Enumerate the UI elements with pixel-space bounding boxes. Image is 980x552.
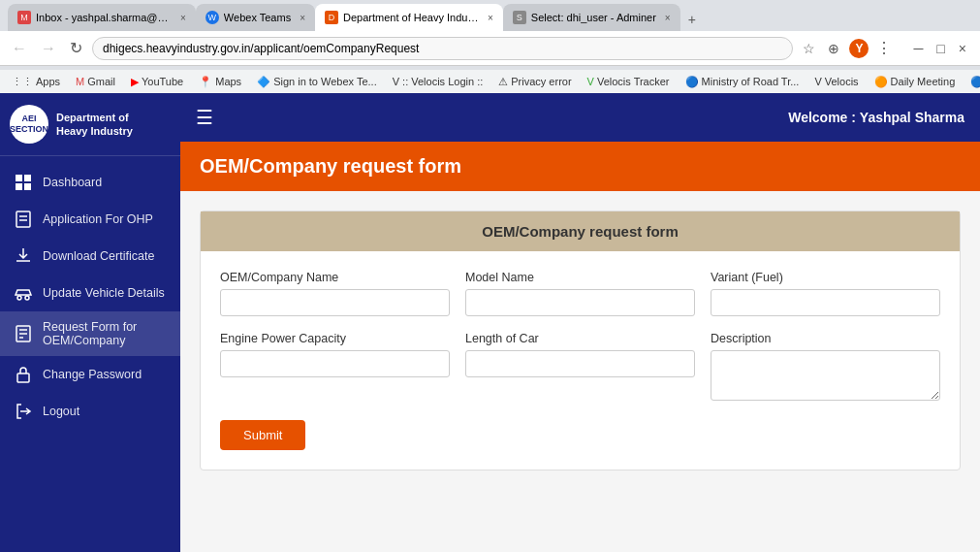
oem-company-input[interactable] bbox=[220, 289, 450, 316]
tab-4-label: Select: dhi_user - Adminer bbox=[531, 12, 656, 23]
model-name-input[interactable] bbox=[465, 289, 695, 316]
sidebar-org-name: Department of Heavy Industry bbox=[56, 111, 133, 139]
engine-input[interactable] bbox=[220, 350, 450, 377]
form-container: OEM/Company request form OEM/Company Nam… bbox=[200, 211, 961, 471]
sidebar-header: AEI SECTION Department of Heavy Industry bbox=[0, 93, 180, 156]
form-group-oem: OEM/Company Name bbox=[220, 271, 450, 316]
description-textarea[interactable] bbox=[711, 350, 940, 401]
form-group-length: Length of Car bbox=[465, 332, 695, 401]
tab-1-favicon: M bbox=[17, 11, 31, 24]
svg-point-7 bbox=[17, 296, 21, 300]
reload-button[interactable]: ↻ bbox=[66, 37, 86, 59]
form-group-engine: Engine Power Capacity bbox=[220, 332, 450, 401]
engine-label: Engine Power Capacity bbox=[220, 332, 450, 345]
profile-icon[interactable]: ⊕ bbox=[824, 39, 843, 58]
oem-company-label: OEM/Company Name bbox=[220, 271, 450, 284]
forward-button[interactable]: → bbox=[37, 38, 60, 59]
user-avatar[interactable]: Y bbox=[849, 39, 869, 58]
sidebar-item-update-vehicle[interactable]: Update Vehicle Details bbox=[0, 275, 180, 311]
sidebar-item-logout[interactable]: Logout bbox=[0, 393, 180, 430]
app-wrapper: AEI SECTION Department of Heavy Industry… bbox=[0, 93, 980, 552]
bookmark-maps[interactable]: 📍Maps bbox=[195, 74, 245, 90]
logout-icon bbox=[14, 402, 33, 421]
svg-rect-4 bbox=[16, 211, 30, 227]
form-group-description: Description bbox=[711, 332, 940, 401]
form-group-variant: Variant (Fuel) bbox=[711, 271, 940, 316]
hamburger-menu[interactable]: ☰ bbox=[196, 106, 213, 129]
form-row-1: OEM/Company Name Model Name Variant (Fue… bbox=[220, 271, 940, 316]
model-name-label: Model Name bbox=[465, 271, 695, 284]
variant-input[interactable] bbox=[711, 289, 940, 316]
tab-4-favicon: S bbox=[513, 11, 526, 24]
vehicle-icon bbox=[14, 283, 33, 303]
tab-bar: M Inbox - yashpal.sharma@veloci... × W W… bbox=[0, 0, 980, 31]
sidebar-item-dashboard[interactable]: Dashboard bbox=[0, 164, 180, 201]
bookmarks-bar: ⋮⋮Apps MGmail ▶YouTube 📍Maps 🔷Sign in to… bbox=[0, 70, 980, 93]
nav-icons: ☆ ⊕ Y ⋮ bbox=[799, 39, 894, 58]
password-icon bbox=[14, 365, 33, 384]
svg-rect-2 bbox=[16, 183, 22, 190]
bookmark-icon[interactable]: ☆ bbox=[799, 39, 818, 58]
application-icon bbox=[14, 210, 33, 229]
bookmark-daily-meeting[interactable]: 🟠Daily Meeting bbox=[870, 74, 960, 90]
minimize-button[interactable]: ─ bbox=[907, 39, 929, 58]
form-group-model: Model Name bbox=[465, 271, 695, 316]
bookmark-dept-hea[interactable]: 🔵Department of Hea... bbox=[966, 74, 980, 90]
maximize-button[interactable]: □ bbox=[931, 39, 950, 58]
bookmark-ministry[interactable]: 🔵Ministry of Road Tr... bbox=[681, 74, 804, 90]
address-bar[interactable] bbox=[92, 37, 793, 60]
svg-rect-13 bbox=[17, 373, 29, 382]
tab-1-close[interactable]: × bbox=[180, 13, 186, 23]
bookmark-gmail[interactable]: MGmail bbox=[72, 74, 119, 89]
sidebar-logo-text: AEI SECTION bbox=[10, 114, 48, 135]
sidebar-logo: AEI SECTION bbox=[10, 105, 48, 144]
form-body: OEM/Company Name Model Name Variant (Fue… bbox=[201, 251, 960, 470]
nav-bar: ← → ↻ ☆ ⊕ Y ⋮ ─ □ × bbox=[0, 31, 980, 66]
svg-rect-0 bbox=[16, 175, 22, 181]
menu-icon[interactable]: ⋮ bbox=[874, 39, 894, 58]
sidebar-item-application-ohp[interactable]: Application For OHP bbox=[0, 201, 180, 238]
request-form-icon bbox=[14, 324, 33, 343]
description-label: Description bbox=[711, 332, 940, 345]
welcome-text: Welcome : Yashpal Sharma bbox=[788, 110, 964, 125]
sidebar: AEI SECTION Department of Heavy Industry… bbox=[0, 93, 180, 552]
tab-1-label: Inbox - yashpal.sharma@veloci... bbox=[36, 12, 172, 23]
svg-rect-3 bbox=[24, 183, 31, 190]
tab-2-close[interactable]: × bbox=[300, 13, 305, 23]
bookmark-youtube[interactable]: ▶YouTube bbox=[127, 74, 187, 90]
top-bar: ☰ Welcome : Yashpal Sharma bbox=[180, 93, 980, 142]
back-button[interactable]: ← bbox=[8, 38, 31, 59]
submit-button[interactable]: Submit bbox=[220, 420, 305, 450]
tab-3[interactable]: D Department of Heavy Industry × bbox=[315, 4, 503, 31]
tab-3-label: Department of Heavy Industry bbox=[343, 12, 479, 23]
length-label: Length of Car bbox=[465, 332, 695, 345]
sidebar-item-change-password[interactable]: Change Password bbox=[0, 356, 180, 393]
download-icon bbox=[14, 246, 33, 266]
tab-2-label: Webex Teams bbox=[224, 12, 291, 23]
bookmark-velocis[interactable]: VVelocis bbox=[810, 74, 862, 89]
main-content: ☰ Welcome : Yashpal Sharma OEM/Company r… bbox=[180, 93, 980, 552]
variant-label: Variant (Fuel) bbox=[711, 271, 940, 284]
tab-1[interactable]: M Inbox - yashpal.sharma@veloci... × bbox=[8, 4, 196, 31]
page-header: OEM/Company request form bbox=[180, 142, 980, 191]
tab-4-close[interactable]: × bbox=[665, 13, 671, 23]
page-title: OEM/Company request form bbox=[200, 155, 961, 178]
tab-3-favicon: D bbox=[325, 11, 338, 24]
bookmark-velocis-tracker[interactable]: VVelocis Tracker bbox=[584, 74, 674, 89]
sidebar-item-download-certificate[interactable]: Download Certificate bbox=[0, 238, 180, 275]
tab-2[interactable]: W Webex Teams × bbox=[196, 4, 315, 31]
tab-4[interactable]: S Select: dhi_user - Adminer × bbox=[503, 4, 680, 31]
bookmark-velocis-login[interactable]: V:: Velocis Login :: bbox=[389, 74, 488, 89]
sidebar-nav: Dashboard Application For OHP Download C… bbox=[0, 156, 180, 552]
bookmark-apps[interactable]: ⋮⋮Apps bbox=[8, 74, 64, 90]
close-button[interactable]: × bbox=[953, 39, 972, 58]
new-tab-button[interactable]: + bbox=[680, 8, 704, 31]
browser-chrome: M Inbox - yashpal.sharma@veloci... × W W… bbox=[0, 0, 980, 70]
bookmark-privacy[interactable]: ⚠Privacy error bbox=[494, 74, 575, 90]
tab-3-close[interactable]: × bbox=[488, 13, 493, 23]
dashboard-icon bbox=[14, 173, 33, 192]
length-input[interactable] bbox=[465, 350, 695, 377]
form-header: OEM/Company request form bbox=[201, 211, 960, 251]
bookmark-webex[interactable]: 🔷Sign in to Webex Te... bbox=[253, 74, 381, 90]
sidebar-item-request-form[interactable]: Request Form for OEM/Company bbox=[0, 311, 180, 356]
